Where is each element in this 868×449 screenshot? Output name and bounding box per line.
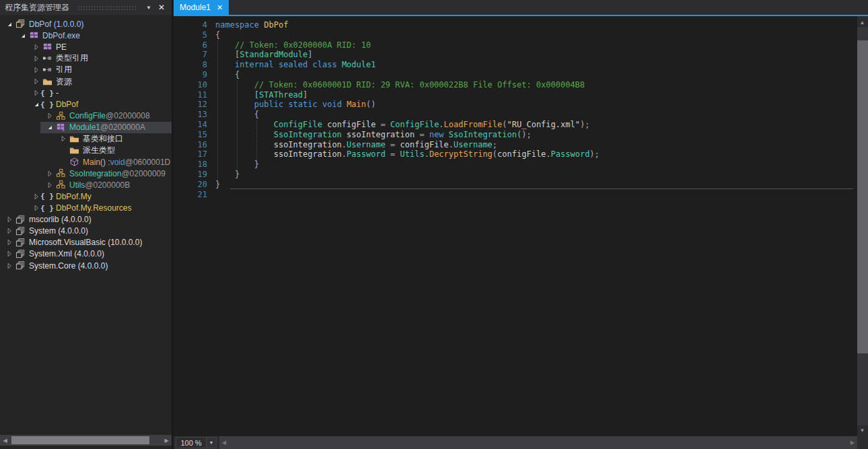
tree-item-item[interactable]: 类型引用 — [0, 53, 172, 64]
tree-item-dbpof[interactable]: { }DbPof — [0, 99, 172, 110]
code-token-ty[interactable]: Username — [347, 140, 386, 149]
code-text: [STAThread] — [215, 90, 308, 100]
code-token-ty[interactable]: Password — [551, 149, 590, 159]
tree-item-item[interactable]: 资源 — [0, 75, 172, 87]
code-token-ty[interactable]: Password — [347, 149, 386, 159]
expander-closed-icon[interactable] — [31, 42, 42, 53]
expander-closed-icon[interactable] — [31, 76, 42, 87]
scrollbar-thumb[interactable] — [11, 436, 149, 444]
code-token-ty[interactable]: ConfigFile — [274, 120, 322, 129]
tree-item-system-xml-4-0-0-0[interactable]: System.Xml (4.0.0.0) — [0, 248, 172, 260]
tree-horizontal-scrollbar[interactable]: ◀ ▶ — [0, 435, 172, 446]
expander-open-icon[interactable] — [17, 30, 28, 41]
namespace-icon: { } — [42, 99, 52, 110]
tree-item-dbpof-1-0-0-0[interactable]: DbPof (1.0.0.0) — [0, 18, 172, 30]
panel-dropdown-icon[interactable]: ▼ — [143, 2, 154, 13]
code-token-ty[interactable]: ConfigFile — [390, 120, 439, 129]
tree-item-main[interactable]: Main() : void @0600001D — [0, 156, 172, 168]
scroll-left-icon[interactable]: ◀ — [0, 435, 10, 446]
tree-item-item[interactable]: 引用 — [0, 64, 172, 75]
tab-close-icon[interactable]: ✕ — [217, 3, 223, 12]
tree-item-ssointegration[interactable]: SsoIntegration @02000009 — [0, 168, 172, 179]
scrollbar-thumb[interactable] — [857, 40, 868, 353]
tree-item-module1[interactable]: Module1 @0200000A — [0, 122, 172, 133]
tree-item-item[interactable]: 派生类型 — [0, 145, 172, 156]
tree-item-microsoft-visualbasic-10-0-0-0[interactable]: Microsoft.VisualBasic (10.0.0.0) — [0, 237, 172, 248]
scroll-right-icon[interactable]: ▶ — [851, 440, 855, 446]
tree-item-item[interactable]: 基类和接口 — [0, 133, 172, 145]
code-token-pu: ); — [589, 149, 599, 159]
code-token-ty[interactable]: Username — [454, 140, 493, 149]
expander-closed-icon[interactable] — [44, 168, 55, 179]
code-view[interactable]: 4namespace DbPof5{6 // Token: 0x0200000A… — [174, 16, 857, 436]
code-token-me[interactable]: DecryptString — [429, 149, 493, 159]
expander-closed-icon[interactable] — [31, 65, 42, 75]
tree-item-system-4-0-0-0[interactable]: System (4.0.0.0) — [0, 226, 172, 237]
tree-item-item[interactable]: { }- — [0, 88, 172, 99]
expander-closed-icon[interactable] — [4, 261, 15, 271]
zoom-dropdown-button[interactable]: ▼ — [207, 437, 217, 448]
tree-item-mscorlib-4-0-0-0[interactable]: mscorlib (4.0.0.0) — [0, 214, 172, 226]
tree-item-dbpof-my-resources[interactable]: { }DbPof.My.Resources — [0, 203, 172, 214]
code-token-ty[interactable]: SsoIntegration — [449, 130, 517, 139]
tree-item-label: 类型引用 — [56, 53, 88, 64]
expander-closed-icon[interactable] — [4, 237, 15, 248]
scroll-up-icon[interactable]: ▲ — [857, 17, 867, 28]
scroll-left-icon[interactable]: ◀ — [222, 440, 226, 446]
zoom-level-combobox[interactable]: 100 % — [176, 437, 207, 448]
expander-closed-icon[interactable] — [31, 53, 42, 64]
editor-horizontal-scrollbar[interactable]: ◀ ▶ — [219, 436, 857, 449]
expander-closed-icon[interactable] — [4, 248, 15, 259]
tree-item-dbpof-exe[interactable]: DbPof.exe — [0, 30, 172, 41]
line-number: 9 — [174, 70, 207, 80]
namespace-icon: { } — [42, 203, 52, 213]
code-token-ty[interactable]: STAThread — [259, 90, 303, 100]
expander-open-icon[interactable] — [4, 19, 15, 30]
expander-closed-icon[interactable] — [4, 214, 15, 225]
tree-item-label: 引用 — [56, 64, 72, 75]
code-line: 6 // Token: 0x0200000A RID: 10 — [174, 40, 857, 50]
tree-item-utils[interactable]: Utils @0200000B — [0, 179, 172, 191]
tree-item-label: DbPof.My.Resources — [56, 203, 131, 213]
editor-bottom-bar: 100 % ▼ ◀ ▶ — [174, 436, 857, 449]
code-line: 16 ssoIntegration.Username = configFile.… — [174, 140, 857, 150]
code-token-pl — [215, 50, 235, 59]
code-text: // Token: 0x0200000A RID: 10 — [215, 40, 371, 50]
line-number: 19 — [174, 170, 207, 180]
code-token-me[interactable]: LoadFromFile — [444, 120, 503, 129]
tab-module1[interactable]: Module1 ✕ — [174, 0, 229, 15]
scroll-right-icon[interactable]: ▶ — [161, 435, 172, 446]
editor-vertical-scrollbar[interactable]: ▲ ▼ — [857, 16, 868, 436]
code-token-me[interactable]: Main — [347, 100, 366, 109]
code-token-pu: = — [381, 120, 390, 129]
expander-closed-icon[interactable] — [4, 226, 15, 236]
indent-guide — [217, 40, 218, 180]
code-token-ty[interactable]: Utils — [400, 149, 425, 159]
panel-close-icon[interactable]: ✕ — [156, 2, 167, 13]
line-number: 14 — [174, 120, 207, 130]
code-token-ty[interactable]: StandardModule — [240, 50, 308, 59]
code-token-ns: DbPof — [264, 20, 288, 30]
expander-closed-icon[interactable] — [44, 110, 55, 121]
tree-item-dbpof-my[interactable]: { }DbPof.My — [0, 191, 172, 202]
tree-item-pe[interactable]: PE — [0, 41, 172, 53]
scroll-down-icon[interactable]: ▼ — [857, 425, 867, 436]
tree-item-system-core-4-0-0-0[interactable]: System.Core (4.0.0.0) — [0, 260, 172, 271]
line-number: 8 — [174, 60, 207, 70]
tree-item-configfile[interactable]: ConfigFile @02000008 — [0, 110, 172, 122]
code-token-pl — [215, 60, 235, 69]
code-token-ty[interactable]: Module1 — [342, 60, 376, 69]
expander-open-icon[interactable] — [44, 122, 55, 133]
code-token-pu: { — [254, 110, 259, 119]
code-token-pl — [215, 130, 274, 139]
code-token-pl: ssoIntegration — [215, 140, 342, 149]
code-token-pu: . — [449, 140, 454, 149]
line-number: 18 — [174, 160, 207, 170]
code-token-ty[interactable]: SsoIntegration — [274, 130, 342, 139]
expander-closed-icon[interactable] — [58, 133, 69, 144]
code-token-pu: . — [439, 120, 443, 129]
expander-closed-icon[interactable] — [44, 180, 55, 191]
code-token-st: "RU_Config.xml" — [507, 120, 580, 129]
panel-title: 程序集资源管理器 — [5, 2, 69, 13]
code-token-kw: public — [254, 100, 283, 109]
